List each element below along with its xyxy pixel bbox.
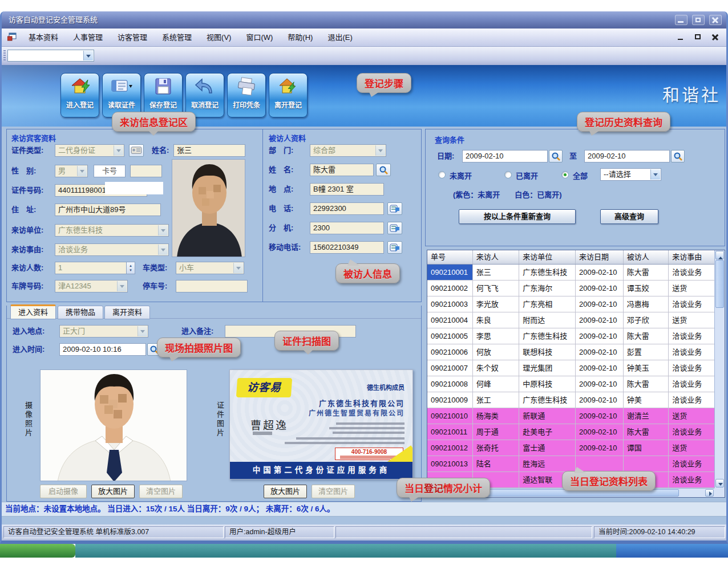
menu-item[interactable]: 人事管理 bbox=[66, 33, 110, 42]
clear-card-button[interactable]: 清空图片 bbox=[312, 485, 355, 498]
radio-left[interactable] bbox=[504, 171, 512, 178]
radio-not-left[interactable] bbox=[438, 171, 446, 178]
table-row[interactable]: 090210002何飞飞广东海尔2009-02-10谭玉姣送货 bbox=[427, 281, 714, 296]
menu-item[interactable]: 访客管理 bbox=[110, 33, 155, 42]
chevron-down-icon[interactable] bbox=[83, 51, 93, 60]
visitee-name-field[interactable]: 陈大雷 bbox=[310, 164, 374, 176]
requery-button[interactable]: 按以上条件重新查询 bbox=[459, 209, 576, 224]
menu-item[interactable]: 窗口(W) bbox=[238, 33, 280, 42]
visitor-count-field[interactable]: 1 bbox=[55, 262, 127, 274]
menu-item[interactable]: 系统管理 bbox=[155, 33, 199, 42]
table-row[interactable]: 090210006何放联想科技2009-02-10彭置洽谈业务 bbox=[427, 344, 714, 360]
scroll-down-button[interactable] bbox=[715, 479, 724, 487]
title-bar[interactable]: 访客自动登记安全管理系统 bbox=[2, 11, 726, 29]
gender-combobox[interactable]: 男 bbox=[55, 165, 88, 177]
table-cell: 李思 bbox=[473, 328, 520, 344]
toolbar-grip[interactable] bbox=[3, 50, 6, 62]
table-column-header[interactable]: 被访人 bbox=[624, 250, 669, 264]
table-row[interactable]: 090210001张三广东德生科技2009-02-10陈大雷洽谈业务 bbox=[427, 265, 714, 281]
zoom-card-button[interactable]: 放大图片 bbox=[264, 485, 307, 498]
phone-field[interactable]: 22992300 bbox=[310, 202, 384, 215]
menu-item[interactable]: 基本资料 bbox=[21, 33, 66, 42]
print-receipt-button[interactable]: 打印凭条 bbox=[227, 73, 266, 117]
menu-item[interactable]: 视图(V) bbox=[199, 33, 238, 42]
mdi-restore-button[interactable] bbox=[693, 32, 703, 42]
table-column-header[interactable]: 来访日期 bbox=[576, 250, 624, 264]
location-field[interactable]: B幢 2301 室 bbox=[310, 183, 384, 196]
table-column-header[interactable]: 来访人 bbox=[473, 250, 520, 264]
dial-ext-button[interactable] bbox=[387, 222, 402, 234]
clear-photo-button[interactable]: 清空图片 bbox=[139, 485, 183, 498]
visit-reason-combobox[interactable]: 洽谈业务 bbox=[55, 243, 169, 256]
restore-button[interactable] bbox=[692, 15, 705, 25]
vehicle-type-combobox[interactable]: 小车 bbox=[176, 262, 244, 274]
visitee-search-button[interactable] bbox=[376, 164, 391, 176]
vertical-scrollbar[interactable] bbox=[714, 250, 725, 488]
count-spinner[interactable]: ▲▼ bbox=[127, 262, 135, 274]
table-row[interactable]: 090210003李光放广东亮相2009-02-10冯惠梅洽谈业务 bbox=[427, 296, 714, 312]
status-current-time: 当前时间:2009-02-10 14:40:29 bbox=[594, 526, 725, 538]
close-button[interactable] bbox=[709, 15, 722, 25]
filter-combobox[interactable]: --请选择 bbox=[600, 168, 661, 181]
start-camera-button[interactable]: 启动摄像 bbox=[40, 485, 87, 498]
table-column-header[interactable]: 来访单位 bbox=[519, 250, 576, 264]
table-cell: 090210007 bbox=[427, 360, 473, 376]
table-row[interactable]: 090210012张奇托富士通2009-02-10谭国送货 bbox=[427, 440, 714, 456]
leave-registration-button[interactable]: 离开登记 bbox=[269, 73, 308, 117]
menu-item[interactable]: 退出(E) bbox=[320, 33, 359, 42]
table-row[interactable]: 090210009张工广东德生科技2009-02-10钟美洽谈业务 bbox=[427, 392, 714, 408]
chevron-down-icon bbox=[158, 225, 168, 235]
radio-all[interactable] bbox=[561, 171, 569, 178]
advanced-query-button[interactable]: 高级查询 bbox=[600, 209, 658, 224]
date-from-field[interactable]: 2009-02-10 bbox=[462, 150, 548, 162]
table-row[interactable]: 090210011周于通赴美电子2009-02-10陈大雷洽谈业务 bbox=[427, 424, 714, 440]
tab-carried-items[interactable]: 携带物品 bbox=[58, 306, 103, 319]
dial-phone-button[interactable] bbox=[387, 202, 402, 215]
cancel-registration-button[interactable]: 取消登记 bbox=[185, 73, 224, 117]
date-to-field[interactable]: 2009-02-10 bbox=[584, 150, 670, 162]
mobile-field[interactable]: 15602210349 bbox=[310, 241, 384, 254]
parking-field[interactable] bbox=[176, 280, 248, 292]
cert-no-label: 证件号码: bbox=[11, 184, 43, 197]
phone-message-icon bbox=[390, 243, 400, 252]
enter-registration-button[interactable]: 进入登记 bbox=[60, 73, 99, 117]
taskbar[interactable] bbox=[0, 544, 728, 558]
card-no-field[interactable] bbox=[130, 165, 162, 177]
entry-place-combobox[interactable]: 正大门 bbox=[59, 325, 148, 338]
table-row[interactable]: 090210010杨海类新联通2009-02-10谢清兰送货 bbox=[427, 408, 714, 424]
scroll-up-button[interactable] bbox=[715, 251, 724, 259]
plate-combobox[interactable]: 津A12345 bbox=[55, 280, 128, 292]
date-to-picker-button[interactable] bbox=[671, 150, 685, 162]
vertical-scroll-thumb[interactable] bbox=[715, 260, 724, 308]
table-cell: 周于通 bbox=[473, 424, 520, 440]
minimize-button[interactable] bbox=[675, 15, 687, 25]
table-row[interactable]: 090210004朱良附而达2009-02-10邓子欣送货 bbox=[427, 312, 714, 328]
table-row[interactable]: 090210008何峰中原科技2009-02-10陈大雷洽谈业务 bbox=[427, 376, 714, 392]
visit-unit-combobox[interactable]: 广东德生科技 bbox=[55, 224, 169, 237]
visitor-name-field[interactable]: 张三 bbox=[173, 144, 245, 157]
mdi-close-button[interactable] bbox=[710, 32, 721, 42]
dial-mobile-button[interactable] bbox=[387, 241, 402, 254]
menu-item[interactable]: 帮助(H) bbox=[280, 33, 320, 42]
table-row[interactable]: 090210005李思广东德生科技2009-02-10陈大雷洽谈业务 bbox=[427, 328, 714, 344]
idcard-reader-button[interactable] bbox=[129, 144, 144, 157]
table-column-header[interactable]: 来访事由 bbox=[669, 250, 714, 264]
tab-leave-info[interactable]: 离开资料 bbox=[104, 306, 150, 319]
scroll-right-button[interactable] bbox=[705, 489, 714, 497]
date-from-picker-button[interactable] bbox=[549, 150, 563, 162]
tab-entry-info[interactable]: 进入资料 bbox=[10, 304, 56, 319]
start-button-fragment[interactable] bbox=[0, 544, 75, 558]
table-column-header[interactable]: 单号 bbox=[427, 250, 473, 264]
dept-combobox[interactable]: 综合部 bbox=[310, 144, 386, 157]
entry-time-field[interactable]: 2009-02-10 10:16 bbox=[59, 343, 146, 356]
table-row[interactable]: 090210007朱个奴理光集团2009-02-10钟美玉洽谈业务 bbox=[427, 360, 714, 376]
quick-search-combobox[interactable] bbox=[7, 50, 94, 62]
zoom-photo-button[interactable]: 放大图片 bbox=[91, 485, 135, 498]
save-registration-button[interactable]: 保存登记 bbox=[144, 73, 183, 117]
callout-daily-summary: 当日登记情况小计 bbox=[397, 478, 490, 498]
mdi-minimize-button[interactable] bbox=[676, 32, 686, 42]
cert-type-combobox[interactable]: 二代身份证 bbox=[55, 144, 124, 157]
ext-field[interactable]: 2300 bbox=[310, 222, 384, 234]
read-idcard-button[interactable]: 读取证件 bbox=[102, 73, 141, 117]
address-field[interactable]: 广州市中山大道89号 bbox=[55, 204, 161, 216]
